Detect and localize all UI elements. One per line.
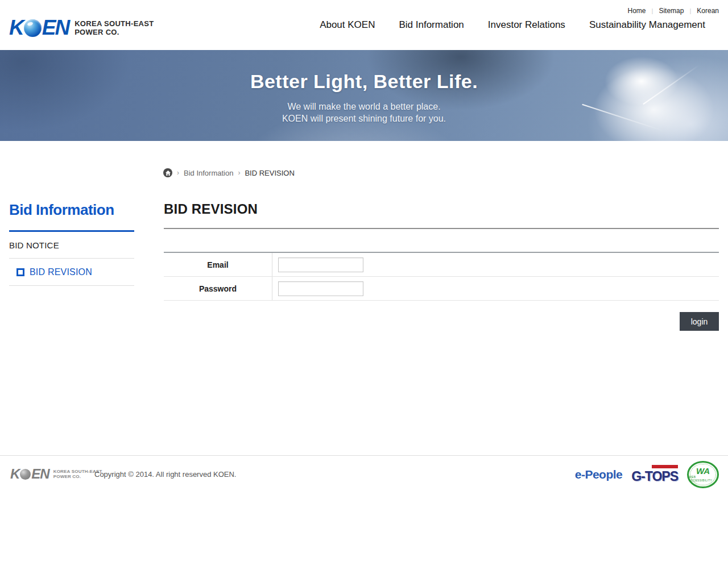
hero-content: Better Light, Better Life. We will make … [0, 50, 728, 141]
breadcrumb-separator: › [177, 169, 179, 177]
footer-koen-lens-icon [20, 469, 31, 480]
page: Home | Sitemap | Korean K EN KOREA SOUTH… [0, 0, 728, 582]
form-row-email: Email [164, 253, 719, 277]
web-accessibility-badge[interactable]: WA WEB ACCESSIBILITY [687, 461, 719, 488]
g-tops-text: G-TOPS [631, 469, 678, 484]
footer-wordmark-en: EN [31, 467, 49, 481]
hero-subtitle-line2: KOEN will present shining future for you… [0, 113, 728, 124]
sidebar-item-bid-revision[interactable]: BID REVISION [9, 259, 134, 286]
email-cell [272, 253, 719, 276]
home-icon[interactable] [163, 168, 172, 177]
g-tops-badge[interactable]: G-TOPS [631, 465, 678, 484]
brand-subtitle-line2: POWER CO. [75, 28, 154, 36]
footer-badges: e-People G-TOPS WA WEB ACCESSIBILITY [575, 461, 719, 488]
email-field[interactable] [278, 257, 363, 272]
sidebar-item-label: BID NOTICE [9, 240, 59, 250]
sidebar: Bid Information BID NOTICE BID REVISION [9, 201, 134, 286]
hero-subtitle: We will make the world a better place. K… [0, 101, 728, 124]
nav-investor-relations[interactable]: Investor Relations [488, 19, 565, 31]
nav-about-koen[interactable]: About KOEN [320, 19, 375, 31]
nav-bid-information[interactable]: Bid Information [399, 19, 464, 31]
copyright-text: Copyright © 2014. All right reserved KOE… [94, 470, 236, 479]
footer-koen-wordmark: K EN [10, 467, 49, 481]
g-tops-red-bar [652, 465, 678, 468]
hero-banner: Better Light, Better Life. We will make … [0, 50, 728, 141]
login-form: Email Password [164, 252, 719, 301]
brand-logo[interactable]: K EN KOREA SOUTH-EAST POWER CO. [9, 17, 154, 39]
password-cell [272, 277, 719, 300]
email-label: Email [164, 260, 272, 269]
wa-badge-subtext: WEB ACCESSIBILITY [689, 475, 717, 482]
e-people-badge[interactable]: e-People [575, 468, 623, 481]
sidebar-item-bid-notice[interactable]: BID NOTICE [9, 232, 134, 259]
footer-logo: K EN KOREA SOUTH-EAST POWER CO. [10, 467, 102, 481]
breadcrumb-bid-revision: BID REVISION [245, 169, 294, 177]
page-title: BID REVISION [164, 201, 719, 217]
koen-wordmark-k: K [9, 17, 23, 39]
square-bullet-icon [16, 268, 24, 276]
breadcrumb-bid-information[interactable]: Bid Information [184, 169, 233, 177]
hero-title: Better Light, Better Life. [0, 50, 728, 93]
footer-wordmark-k: K [10, 467, 19, 481]
title-rule [164, 228, 719, 229]
site-footer: K EN KOREA SOUTH-EAST POWER CO. Copyrigh… [0, 455, 728, 582]
koen-wordmark-en: EN [42, 17, 69, 39]
login-button[interactable]: login [680, 312, 719, 331]
site-header: Home | Sitemap | Korean K EN KOREA SOUTH… [0, 0, 728, 50]
wa-badge-text: WA [696, 467, 710, 475]
brand-subtitle-line1: KOREA SOUTH-EAST [75, 19, 154, 28]
brand-subtitle: KOREA SOUTH-EAST POWER CO. [75, 19, 154, 36]
hero-subtitle-line1: We will make the world a better place. [0, 101, 728, 113]
nav-sustainability-management[interactable]: Sustainability Management [589, 19, 705, 31]
password-label: Password [164, 284, 272, 293]
koen-lens-icon [24, 19, 42, 37]
sidebar-item-label: BID REVISION [30, 267, 92, 277]
koen-wordmark: K EN [9, 17, 69, 39]
breadcrumb-separator: › [238, 169, 240, 177]
form-row-password: Password [164, 277, 719, 301]
button-row: login [164, 301, 719, 352]
main-nav: About KOEN Bid Information Investor Rela… [320, 0, 705, 50]
sidebar-title: Bid Information [9, 201, 134, 219]
main-content: BID REVISION Email Password login [164, 201, 719, 352]
password-field[interactable] [278, 281, 363, 296]
breadcrumb: › Bid Information › BID REVISION [163, 168, 295, 177]
